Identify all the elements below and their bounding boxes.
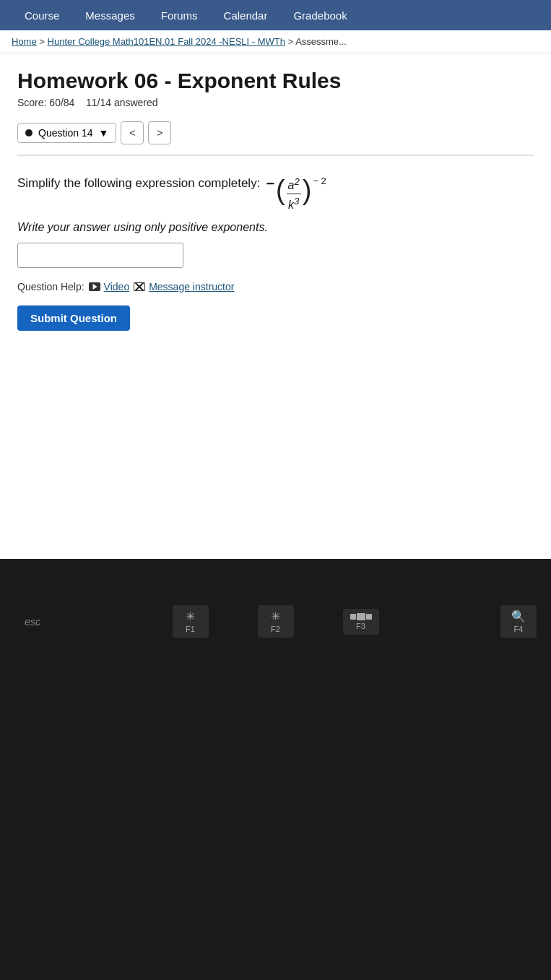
minus-sign: − (266, 176, 274, 191)
close-paren: ) (303, 176, 312, 212)
message-instructor-link[interactable]: Message instructor (134, 281, 234, 292)
mission-control-icon (350, 613, 372, 620)
breadcrumb-course[interactable]: Hunter College Math101EN.01 Fall 2024 -N… (48, 36, 285, 47)
score-value: Score: 60/84 (17, 97, 74, 108)
video-link[interactable]: Video (89, 281, 130, 292)
homework-title: Homework 06 - Exponent Rules (17, 68, 534, 94)
prev-question-button[interactable]: < (121, 121, 144, 144)
breadcrumb-sep1: > (39, 36, 47, 47)
question-navigation: Question 14 ▼ < > (17, 121, 534, 156)
brightness-low-icon: ✳ (186, 610, 195, 623)
fraction-wrapper: ( a2 k3 ) − 2 (276, 176, 326, 212)
question-help-label: Question Help: (17, 281, 84, 292)
answer-input[interactable] (17, 243, 183, 268)
fraction: a2 k3 (287, 176, 301, 212)
f3-square-1 (350, 614, 356, 620)
question-prompt-text: Simplify the following expression comple… (17, 176, 260, 191)
question-help: Question Help: Video Message instructor (17, 281, 534, 292)
message-instructor-label: Message instructor (149, 281, 234, 292)
submit-question-button[interactable]: Submit Question (17, 305, 130, 331)
nav-forums[interactable]: Forums (148, 2, 211, 29)
open-paren: ( (276, 176, 285, 212)
next-question-button[interactable]: > (148, 121, 171, 144)
nav-gradebook[interactable]: Gradebook (280, 2, 360, 29)
search-key-icon: 🔍 (511, 610, 526, 623)
nav-course[interactable]: Course (12, 2, 72, 29)
key-f3: F3 (343, 609, 379, 635)
breadcrumb-home[interactable]: Home (12, 36, 37, 47)
mail-icon (134, 282, 145, 291)
fraction-numerator: a2 (287, 176, 301, 194)
answered-value: 11/14 answered (86, 97, 158, 108)
nav-messages[interactable]: Messages (72, 2, 147, 29)
homework-score: Score: 60/84 11/14 answered (17, 97, 534, 108)
question-label: Question 14 (38, 127, 93, 139)
key-f4: 🔍 F4 (500, 605, 537, 638)
top-navigation: Course Messages Forums Calendar Gradeboo… (0, 0, 551, 30)
key-f2: ✳ F2 (258, 605, 294, 638)
question-status-dot (25, 129, 32, 136)
video-icon (89, 282, 100, 291)
fraction-denominator: k3 (287, 194, 301, 212)
breadcrumb: Home > Hunter College Math101EN.01 Fall … (0, 30, 551, 53)
keyboard-area: esc ✳ F1 ✳ F2 F3 🔍 F4 (0, 559, 551, 980)
instruction-text: Write your answer using only positive ex… (17, 221, 534, 234)
question-selector[interactable]: Question 14 ▼ (17, 123, 116, 143)
breadcrumb-sep2: > (288, 36, 296, 47)
f3-square-3 (366, 614, 372, 620)
video-label: Video (104, 281, 130, 292)
keyboard-row: esc ✳ F1 ✳ F2 F3 🔍 F4 (0, 605, 551, 638)
f3-square-2 (357, 613, 365, 620)
key-esc: esc (14, 616, 51, 628)
nav-calendar[interactable]: Calendar (211, 2, 281, 29)
key-f1: ✳ F1 (173, 605, 209, 638)
math-expression: − ( a2 k3 ) − 2 (266, 176, 326, 212)
breadcrumb-current: Assessme... (295, 36, 347, 47)
main-content: Homework 06 - Exponent Rules Score: 60/8… (0, 53, 551, 559)
dropdown-arrow-icon: ▼ (99, 127, 109, 139)
brightness-high-icon: ✳ (271, 610, 280, 623)
question-prompt: Simplify the following expression comple… (17, 176, 534, 212)
outer-exponent: − 2 (313, 176, 326, 212)
